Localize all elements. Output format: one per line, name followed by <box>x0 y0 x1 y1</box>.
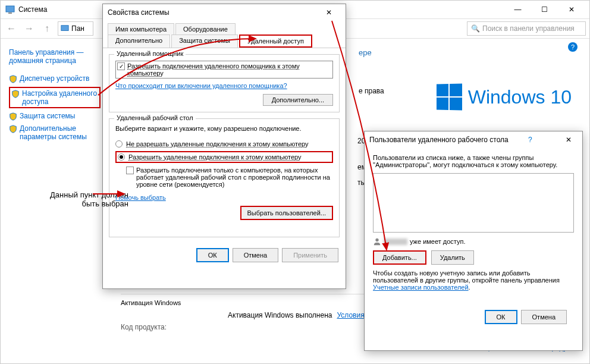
svg-point-3 <box>375 239 378 241</box>
svg-rect-2 <box>61 26 68 31</box>
tab-remote[interactable]: Удаленный доступ <box>239 34 312 48</box>
shield-icon <box>9 125 17 133</box>
dialog1-titlebar: Свойства системы ✕ <box>103 4 346 21</box>
remote-desktop-desc: Выберите вариант и укажите, кому разреше… <box>115 125 333 132</box>
annotation-text: Данный пункт должен быть выбран <box>33 190 128 208</box>
allow-remote-assistance-checkbox[interactable]: ✓ Разрешить подключения удаленного помощ… <box>115 61 333 79</box>
tab-hardware[interactable]: Оборудование <box>175 23 236 34</box>
user-accounts-link[interactable]: Учетные записи пользователей <box>373 284 469 291</box>
product-code-label: Код продукта: <box>121 323 228 331</box>
svg-rect-1 <box>8 12 12 14</box>
dialog1-close-button[interactable]: ✕ <box>317 4 341 21</box>
maximize-button[interactable]: ☐ <box>531 1 558 18</box>
shield-icon <box>9 112 17 121</box>
close-button[interactable]: ✕ <box>558 1 585 18</box>
dialog1-apply-button[interactable]: Применить <box>282 248 338 262</box>
dialog1-cancel-button[interactable]: Отмена <box>233 248 278 262</box>
dialog1-ok-button[interactable]: ОК <box>196 248 229 262</box>
search-icon: 🔍 <box>471 24 480 33</box>
windows10-logo: Windows 10 <box>436 84 572 110</box>
radio-allow[interactable]: Разрешить удаленные подключения к этому … <box>115 151 333 163</box>
sidebar-device-manager[interactable]: Диспетчер устройств <box>9 74 101 83</box>
checkbox-icon: ✓ <box>117 62 125 70</box>
users-listbox[interactable] <box>373 173 574 233</box>
breadcrumb[interactable]: Пан <box>58 21 93 36</box>
tab-protection[interactable]: Защита системы <box>171 34 238 48</box>
select-users-button[interactable]: Выбрать пользователей... <box>240 206 334 220</box>
radio-disallow[interactable]: Не разрешать удаленные подключения к это… <box>115 140 333 148</box>
remote-assistance-help-link[interactable]: Что происходит при включении удаленного … <box>115 82 333 89</box>
tab-computer-name[interactable]: Имя компьютера <box>108 23 174 34</box>
dialog2-cancel-button[interactable]: Отмена <box>521 310 567 324</box>
help-choose-link[interactable]: Помочь выбрать <box>115 194 333 201</box>
help-icon[interactable]: ? <box>568 42 578 52</box>
minimize-button[interactable]: — <box>504 1 531 18</box>
dialog2-help-icon[interactable]: ? <box>528 136 540 144</box>
shield-icon <box>9 75 17 83</box>
windows-icon <box>437 83 462 110</box>
remote-users-dialog: Пользователи удаленного рабочего стола ?… <box>364 131 583 351</box>
nla-checkbox[interactable]: Разрешить подключения только с компьютер… <box>126 167 333 188</box>
delete-user-button[interactable]: Удалить <box>431 250 474 265</box>
sidebar-remote-settings[interactable]: Настройка удаленного доступа <box>9 87 101 108</box>
up-button[interactable]: ↑ <box>40 21 54 36</box>
checkbox-icon <box>126 167 134 174</box>
dialog2-description: Пользователи из списка ниже, а также чле… <box>373 154 574 168</box>
radio-icon <box>118 153 125 161</box>
content-heading: ере <box>359 48 578 57</box>
svg-rect-0 <box>6 6 14 12</box>
shield-icon <box>11 90 20 98</box>
system-icon <box>5 5 15 14</box>
forward-button[interactable]: → <box>22 21 36 36</box>
system-properties-dialog: Свойства системы ✕ Имя компьютера Оборуд… <box>102 4 346 289</box>
remote-assistance-advanced-button[interactable]: Дополнительно... <box>263 94 333 106</box>
tab-advanced[interactable]: Дополнительно <box>108 34 170 48</box>
sidebar-home[interactable]: Панель управления — домашняя страница <box>9 48 101 65</box>
dialog2-ok-button[interactable]: ОК <box>485 310 517 324</box>
dialog2-close-button[interactable]: ✕ <box>560 131 578 148</box>
user-icon <box>373 237 381 246</box>
sidebar-advanced[interactable]: Дополнительные параметры системы <box>9 124 101 141</box>
remote-desktop-group: Удаленный рабочий стол Выберите вариант … <box>109 118 340 237</box>
add-user-button[interactable]: Добавить... <box>373 250 426 265</box>
remote-assistance-group: Удаленный помощник ✓ Разрешить подключен… <box>109 54 340 112</box>
dialog1-buttons: ОК Отмена Применить <box>103 243 346 267</box>
dialog2-titlebar: Пользователи удаленного рабочего стола ?… <box>365 131 582 148</box>
dialog2-footer-text: Чтобы создать новую учетную запись или д… <box>373 269 574 291</box>
radio-icon <box>115 140 123 148</box>
computer-icon <box>61 24 69 33</box>
sidebar-system-protection[interactable]: Защита системы <box>9 112 101 121</box>
activation-status: Активация Windows выполнена <box>228 311 332 319</box>
current-user-access: уже имеет доступ. <box>373 237 574 246</box>
back-button[interactable]: ← <box>4 21 18 36</box>
search-input[interactable]: 🔍 Поиск в панели управления <box>467 21 586 36</box>
